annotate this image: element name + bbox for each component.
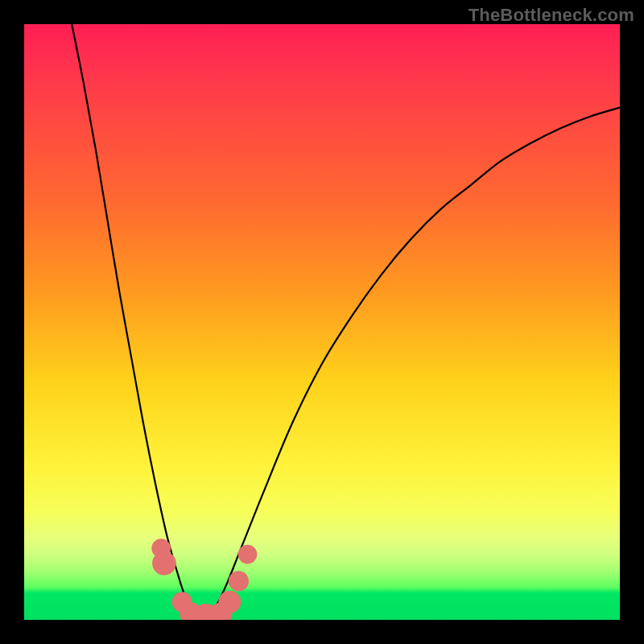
data-marker (152, 551, 176, 576)
curve-right (203, 108, 620, 620)
markers-group (151, 539, 257, 620)
data-marker (209, 603, 232, 620)
plot-area (24, 24, 620, 620)
data-marker (151, 539, 171, 558)
curve-left (72, 24, 203, 620)
curve-svg (24, 24, 620, 620)
data-marker (229, 571, 249, 591)
chart-frame: TheBottleneck.com (0, 0, 644, 644)
data-marker (180, 603, 202, 620)
watermark-text: TheBottleneck.com (469, 5, 634, 26)
data-marker (172, 592, 192, 612)
data-marker (238, 545, 258, 564)
data-marker (218, 591, 241, 613)
data-marker (192, 604, 219, 620)
